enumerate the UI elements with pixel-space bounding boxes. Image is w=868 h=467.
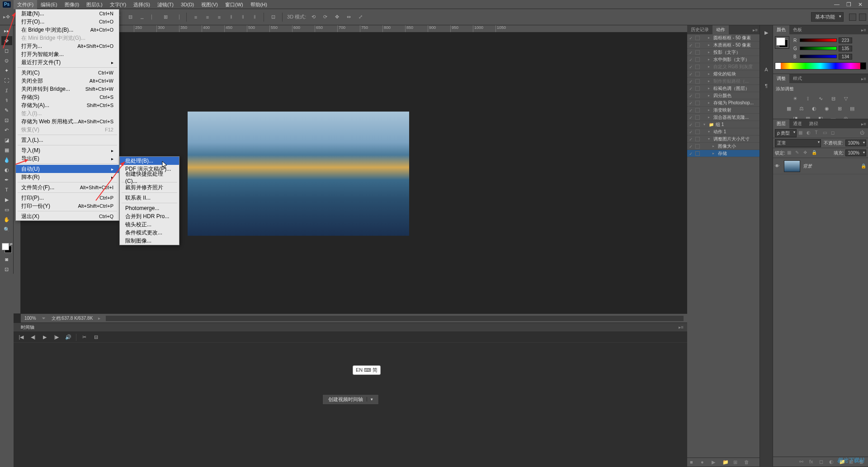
file-menu-item[interactable]: 存储(S)Ctrl+S xyxy=(16,93,119,101)
play-action-icon[interactable]: ▶ xyxy=(712,459,718,466)
filter-adjust-icon[interactable]: ◐ xyxy=(807,130,813,136)
next-frame-icon[interactable]: |▶ xyxy=(52,333,61,341)
selective-color-icon[interactable]: ◎ xyxy=(841,115,850,119)
file-menu-item[interactable]: 导入(M)▸ xyxy=(16,146,119,154)
menu-3d[interactable]: 3D(D) xyxy=(177,0,198,9)
split-icon[interactable]: ✂ xyxy=(80,333,88,341)
r-slider[interactable] xyxy=(800,38,837,42)
layer-style-icon[interactable]: fx xyxy=(809,459,816,465)
gradient-tool[interactable]: ▦ xyxy=(1,145,12,154)
maximize-button[interactable]: ❐ xyxy=(844,1,854,8)
lock-image-icon[interactable]: ✎ xyxy=(795,150,802,156)
layer-name[interactable]: 背景 xyxy=(803,163,858,169)
action-item[interactable]: ✓▸四分颜色 xyxy=(687,92,760,99)
g-value[interactable]: 135 xyxy=(839,46,852,51)
action-item[interactable]: ✓▸自定义 RGB 到灰度 xyxy=(687,63,760,70)
goto-first-frame-icon[interactable]: |◀ xyxy=(17,333,25,341)
crop-tool[interactable]: ⛶ xyxy=(1,76,12,85)
file-menu-item[interactable]: 脚本(R)▸ xyxy=(16,173,119,181)
file-menu-item[interactable]: 打印一份(Y)Alt+Shift+Ctrl+P xyxy=(16,202,119,210)
action-item[interactable]: ✓▾📁组 1 xyxy=(687,121,760,128)
submenu-item[interactable]: 创建快捷批处理(C)... xyxy=(120,173,179,181)
action-item[interactable]: ✓▸存储为 Photoshop... xyxy=(687,99,760,107)
menu-image[interactable]: 图像(I) xyxy=(61,0,83,9)
filter-type-dropdown[interactable]: ρ 类型 xyxy=(775,129,797,137)
tab-history[interactable]: 历史记录 xyxy=(687,25,712,34)
dodge-tool[interactable]: ◐ xyxy=(1,165,12,174)
hue-icon[interactable]: ▦ xyxy=(784,105,793,112)
file-menu-item[interactable]: 自动(U)▸ xyxy=(16,165,119,173)
prev-frame-icon[interactable]: ◀| xyxy=(29,333,37,341)
distribute-1-icon[interactable]: ≡ xyxy=(191,13,200,22)
color-balance-icon[interactable]: ⚖ xyxy=(797,105,806,112)
curves-icon[interactable]: ∿ xyxy=(816,95,825,102)
file-menu-item[interactable]: 关闭全部Alt+Ctrl+W xyxy=(16,77,119,85)
lock-position-icon[interactable]: ✥ xyxy=(803,150,810,156)
brush-tool[interactable]: ✎ xyxy=(1,106,12,115)
action-item[interactable]: ✓▸存储 xyxy=(687,150,760,157)
collapse-toolbar[interactable]: ▸▸ xyxy=(1,26,12,35)
action-item[interactable]: ✓▸水中倒影（文字） xyxy=(687,56,760,63)
tab-color[interactable]: 颜色 xyxy=(773,25,789,34)
horizontal-scrollbar[interactable] xyxy=(106,316,684,321)
g-slider[interactable] xyxy=(800,47,837,50)
file-menu-item[interactable]: 导出(E)▸ xyxy=(16,154,119,163)
layers-panel-menu-icon[interactable]: ▸≡ xyxy=(859,121,868,126)
lock-transparent-icon[interactable]: ▦ xyxy=(787,150,793,156)
submenu-item[interactable]: 合并到 HDR Pro... xyxy=(120,212,179,220)
file-menu-item[interactable]: 在 Bridge 中浏览(B)...Alt+Ctrl+O xyxy=(16,26,119,34)
timeline-tab[interactable]: 时间轴 xyxy=(17,323,38,332)
distribute-4-icon[interactable]: ⫴ xyxy=(226,13,236,22)
menu-view[interactable]: 视图(V) xyxy=(198,0,222,9)
action-item[interactable]: ✓▸圆框框框 - 50 像素 xyxy=(687,34,760,42)
tab-actions[interactable]: 动作 xyxy=(712,25,729,34)
close-button[interactable]: ✕ xyxy=(855,1,865,8)
file-menu-item[interactable]: 打印(P)...Ctrl+P xyxy=(16,194,119,202)
bw-icon[interactable]: ◐ xyxy=(810,105,819,112)
file-menu-item[interactable]: 置入(L)... xyxy=(16,136,119,144)
tab-adjustments[interactable]: 调整 xyxy=(773,74,789,83)
vibrance-icon[interactable]: ▽ xyxy=(841,95,850,102)
file-menu-item[interactable]: 存储为 Web 所用格式...Alt+Shift+Ctrl+S xyxy=(16,117,119,126)
fill-input[interactable]: 100% xyxy=(845,149,866,156)
distribute-3-icon[interactable]: ≡ xyxy=(215,13,224,22)
layer-row-background[interactable]: 👁 背景 🔒 xyxy=(773,158,868,174)
magic-wand-tool[interactable]: ✦ xyxy=(1,66,12,75)
move-tool[interactable]: ✥ xyxy=(1,36,12,45)
stop-icon[interactable]: ■ xyxy=(690,459,696,466)
marquee-tool[interactable]: ◻ xyxy=(1,46,12,55)
submenu-item[interactable]: 裁剪并修齐照片 xyxy=(120,183,179,191)
filter-type-icon[interactable]: T xyxy=(815,130,821,136)
paragraph-panel-icon[interactable]: ¶ xyxy=(762,81,771,90)
file-menu-item[interactable]: 存储为(A)...Shift+Ctrl+S xyxy=(16,101,119,109)
character-panel-icon[interactable]: A xyxy=(762,65,771,74)
distribute-2-icon[interactable]: ≡ xyxy=(203,13,212,22)
submenu-item[interactable]: 限制图像... xyxy=(120,237,179,245)
channel-mixer-icon[interactable]: ⊞ xyxy=(835,105,844,112)
delete-action-icon[interactable]: 🗑 xyxy=(744,459,750,466)
color-preview[interactable] xyxy=(775,36,789,49)
adjustments-panel-menu-icon[interactable]: ▸≡ xyxy=(859,76,868,81)
filter-shape-icon[interactable]: ▭ xyxy=(823,130,829,136)
color-panel-menu-icon[interactable]: ▸≡ xyxy=(859,28,868,33)
r-value[interactable]: 223 xyxy=(839,37,852,43)
submenu-item[interactable]: 批处理(B)... xyxy=(120,157,179,165)
hand-tool[interactable]: ✋ xyxy=(1,215,12,224)
action-item[interactable]: ✓▸木质画框 - 50 像素 xyxy=(687,42,760,49)
transition-icon[interactable]: ⊟ xyxy=(92,333,100,341)
layer-mask-icon[interactable]: ◻ xyxy=(819,459,826,465)
screen-mode-tool[interactable]: ⊡ xyxy=(1,265,12,274)
menu-layer[interactable]: 图层(L) xyxy=(83,0,106,9)
action-item[interactable]: ✓▸投影（文字） xyxy=(687,49,760,56)
distribute-6-icon[interactable]: ⫴ xyxy=(250,13,259,22)
auto-align-icon[interactable]: ⊡ xyxy=(269,13,278,22)
menu-window[interactable]: 窗口(W) xyxy=(222,0,247,9)
align-right-icon[interactable]: ⎹ xyxy=(173,13,182,22)
file-menu-item[interactable]: 打开(O)...Ctrl+O xyxy=(16,18,119,26)
3d-pan-icon[interactable]: ✥ xyxy=(332,13,341,22)
exposure-icon[interactable]: ⊟ xyxy=(829,95,838,102)
move-tool-preset-icon[interactable]: ▸✥ xyxy=(2,13,11,22)
record-icon[interactable]: ● xyxy=(701,459,707,466)
new-action-icon[interactable]: ⊞ xyxy=(733,459,740,466)
submenu-item[interactable]: 镜头校正... xyxy=(120,220,179,229)
